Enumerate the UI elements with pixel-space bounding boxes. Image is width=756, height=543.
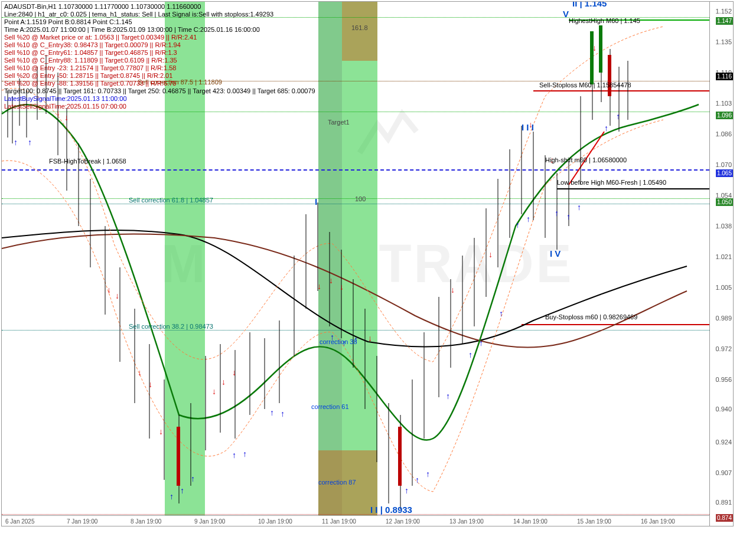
svg-rect-54 [590, 31, 594, 84]
elliott-wave-label: I I | 0.8933 [370, 505, 412, 515]
sell-arrow-icon: ↓ [592, 43, 597, 53]
y-price-tag: 1.147 [716, 17, 733, 25]
chart-annotation: correction 38 [320, 338, 357, 345]
x-tick: 14 Jan 19:00 [513, 518, 548, 525]
info-line: Target100: 0.8745 || Target 161: 0.70733… [4, 87, 315, 95]
elliott-wave-label: II | 1.145 [572, 2, 607, 8]
x-axis: 6 Jan 20257 Jan 19:008 Jan 19:009 Jan 19… [2, 515, 709, 526]
svg-rect-55 [599, 25, 602, 73]
info-line: LatestBuySignalTime:2025.01.13 11:00:00 [4, 95, 315, 103]
y-tick: 1.103 [715, 100, 732, 107]
buy-arrow-icon: ↑ [555, 208, 559, 218]
buy-arrow-icon: ↑ [526, 214, 530, 224]
x-tick: 12 Jan 19:00 [386, 518, 420, 525]
sell-arrow-icon: ↓ [232, 368, 236, 377]
buy-arrow-icon: ↑ [426, 469, 430, 479]
info-line: Point A:1.1519 Point B:0.8814 Point C:1.… [4, 18, 315, 26]
chart-annotation: HighestHigh M60 | 1.145 [569, 17, 640, 24]
elliott-wave-label: V [563, 9, 569, 19]
buy-arrow-icon: ↑ [281, 409, 285, 418]
buy-arrow-icon: ↑ [270, 408, 274, 417]
sell-arrow-icon: ↓ [212, 387, 216, 396]
info-line: Time A:2025.01.07 11:00:00 | Time B:2025… [4, 26, 315, 34]
info-line: Sell %10 @ Entry -23: 1.21574 || Target:… [4, 64, 315, 72]
buy-arrow-icon: ↑ [468, 350, 472, 359]
x-tick: 15 Jan 19:00 [577, 518, 611, 525]
chart-annotation: FSB-HighToBreak | 1.0658 [49, 158, 126, 165]
buy-arrow-icon: ↑ [516, 220, 520, 230]
y-tick: 0.907 [715, 469, 732, 476]
svg-rect-57 [398, 427, 402, 486]
elliott-wave-label: I I I [522, 122, 534, 132]
sell-arrow-icon: ↓ [159, 427, 163, 436]
y-tick: 0.891 [715, 499, 732, 506]
y-tick: 1.135 [715, 38, 732, 45]
buy-arrow-icon: ↑ [232, 450, 236, 460]
chart-annotation: Sell-Stoploss M60 | 1.15854478 [539, 81, 631, 89]
x-tick: 9 Jan 19:00 [194, 518, 225, 525]
buy-arrow-icon: ↑ [604, 123, 608, 133]
sell-arrow-icon: ↓ [340, 282, 344, 292]
y-tick: 0.989 [715, 315, 732, 322]
chart-annotation: High-shift m60 | 1.06580000 [545, 156, 627, 163]
sell-arrow-icon: ↓ [107, 285, 111, 295]
info-line: Sell %10 @ C_Entry88: 1.11809 || Target:… [4, 57, 315, 64]
buy-arrow-icon: ↑ [405, 486, 409, 495]
chart-annotation: Sell correction 61.8 | 1.04857 [129, 197, 213, 204]
sell-arrow-icon: ↓ [138, 368, 142, 377]
y-tick: 0.972 [715, 345, 732, 352]
sell-arrow-icon: ↓ [148, 380, 152, 389]
buy-arrow-icon: ↑ [14, 138, 18, 147]
y-price-tag: 1.096 [716, 112, 733, 119]
y-price-tag: 1.116 [716, 73, 733, 80]
buy-arrow-icon: ↑ [446, 391, 450, 401]
y-tick: 1.021 [715, 253, 732, 260]
info-line: Sell %20 @ Entry -88: 1.39156 || Target:… [4, 80, 315, 87]
info-panel: ADAUSDT-Bin,H1 1.10730000 1.11770000 1.1… [4, 3, 315, 110]
chart-annotation: Target1 [328, 119, 350, 126]
buy-arrow-icon: ↑ [577, 202, 581, 212]
info-line: Line:2840 | h1_atr_c0: 0.025 | tema_h1_s… [4, 11, 315, 18]
y-price-tag: 1.050 [716, 198, 733, 206]
y-tick: 1.070 [715, 161, 732, 168]
y-tick: 0.956 [715, 376, 732, 383]
buy-arrow-icon: ↑ [566, 212, 571, 221]
sell-arrow-icon: ↓ [488, 250, 493, 259]
sell-arrow-icon: ↓ [329, 276, 333, 285]
buy-arrow-icon: ↑ [170, 492, 174, 501]
sell-arrow-icon: ↓ [115, 291, 119, 300]
elliott-wave-label: I [315, 197, 317, 207]
y-price-tag: 0.874 [716, 514, 733, 522]
chart-annotation: correction 87 [318, 479, 356, 486]
y-tick: 0.924 [715, 439, 732, 446]
y-tick: 0.940 [715, 405, 732, 413]
x-tick: 7 Jan 19:00 [67, 518, 97, 525]
x-tick: 8 Jan 19:00 [131, 518, 161, 525]
info-line: LatestSellSignalTime:2025.01.15 07:00:00 [4, 103, 315, 110]
svg-rect-58 [177, 427, 180, 486]
x-tick: 10 Jan 19:00 [258, 518, 292, 525]
y-tick: 1.005 [715, 284, 732, 291]
buy-arrow-icon: ↑ [243, 449, 247, 459]
buy-arrow-icon: ↑ [499, 309, 503, 318]
chart-annotation: correction 61 [311, 403, 349, 410]
x-tick: 11 Jan 19:00 [322, 518, 356, 525]
info-line: Sell %20 @ Entry -50: 1.28715 || Target:… [4, 72, 315, 80]
sell-arrow-icon: ↓ [317, 282, 321, 291]
sell-arrow-icon: ↓ [368, 333, 372, 343]
y-price-tag: 1.065 [716, 169, 733, 177]
x-tick: 16 Jan 19:00 [641, 518, 675, 525]
chart-annotation: Sell correction 38.2 | 0.98473 [129, 323, 213, 330]
buy-arrow-icon: ↑ [28, 138, 32, 147]
title-bar: ADAUSDT-Bin,H1 1.10730000 1.11770000 1.1… [4, 3, 315, 11]
chart-annotation: Buy-Stoploss m60 | 0.98269469 [545, 313, 637, 320]
chart-container[interactable]: M TRADE [1, 1, 734, 526]
info-line: Sell %10 @ C_Entry38: 0.98473 || Target:… [4, 41, 315, 49]
chart-annotation: 161.8 [351, 24, 368, 31]
buy-arrow-icon: ↑ [180, 486, 184, 495]
y-tick: 1.152 [715, 8, 732, 15]
x-tick: 13 Jan 19:00 [449, 518, 484, 525]
y-tick: 1.038 [715, 223, 732, 230]
y-tick: 1.086 [715, 130, 732, 138]
elliott-wave-label: I V [550, 248, 561, 259]
